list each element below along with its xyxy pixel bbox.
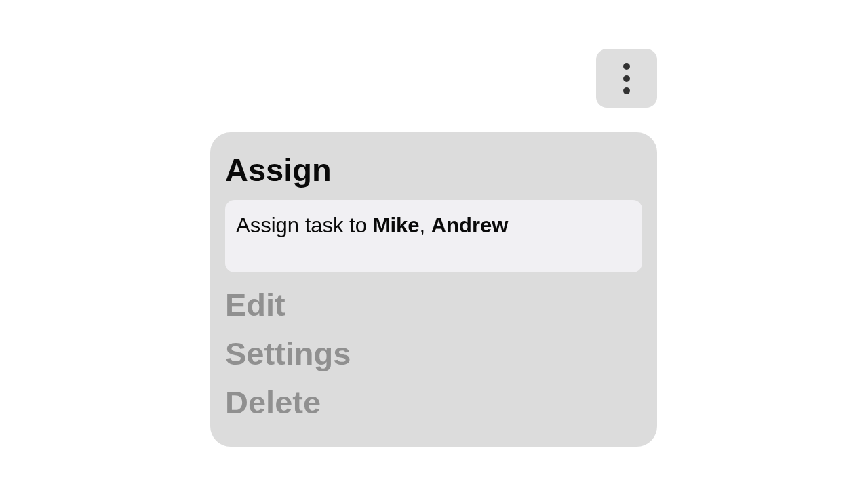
menu-item-settings[interactable]: Settings: [225, 329, 642, 378]
assign-input-box[interactable]: Assign task to Mike, Andrew: [225, 200, 642, 272]
dropdown-menu: Assign Assign task to Mike, Andrew Edit …: [210, 132, 657, 447]
more-options-button[interactable]: [596, 49, 657, 108]
menu-item-edit[interactable]: Edit: [225, 281, 642, 329]
menu-item-assign[interactable]: Assign: [225, 146, 642, 195]
assign-name-2: Andrew: [431, 214, 509, 237]
kebab-dot-icon: [623, 63, 630, 70]
assign-separator: ,: [420, 214, 431, 237]
assign-input-text: Assign task to Mike, Andrew: [236, 214, 508, 237]
assign-name-1: Mike: [373, 214, 420, 237]
menu-item-delete[interactable]: Delete: [225, 378, 642, 427]
kebab-dot-icon: [623, 87, 630, 94]
kebab-dot-icon: [623, 75, 630, 82]
assign-prefix: Assign task to: [236, 214, 373, 237]
